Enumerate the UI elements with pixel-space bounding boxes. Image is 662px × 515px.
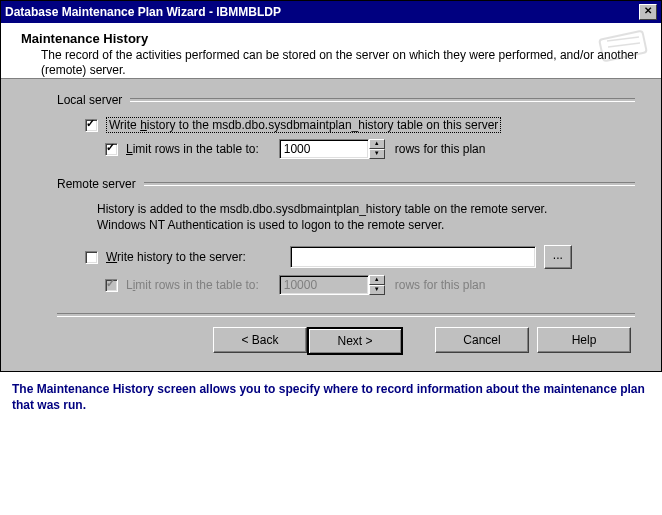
remote-server-group: Remote server History is added to the ms…	[57, 177, 635, 295]
remote-server-label: Remote server	[57, 177, 144, 191]
local-limit-spin-up[interactable]: ▲	[369, 139, 385, 149]
local-write-history-label: Write history to the msdb.dbo.sysdbmaint…	[106, 117, 501, 133]
page-title: Maintenance History	[21, 31, 641, 46]
back-button[interactable]: < Back	[213, 327, 307, 353]
remote-write-history-label: Write history to the server:	[106, 250, 246, 264]
remote-info-text: History is added to the msdb.dbo.sysdbma…	[97, 201, 635, 233]
remote-limit-rows-label: Limit rows in the table to:	[126, 278, 259, 292]
local-write-history-checkbox[interactable]	[85, 119, 98, 132]
group-divider	[130, 98, 635, 102]
remote-server-browse-button[interactable]: ...	[544, 245, 572, 269]
header-area: Maintenance History The record of the ac…	[1, 23, 661, 79]
local-limit-rows-input[interactable]	[279, 139, 369, 159]
remote-limit-spin-up: ▲	[369, 275, 385, 285]
local-limit-rows-checkbox[interactable]	[105, 143, 118, 156]
remote-limit-rows-input	[279, 275, 369, 295]
svg-rect-0	[599, 31, 647, 62]
svg-line-2	[608, 43, 640, 47]
group-divider	[144, 182, 635, 186]
close-button[interactable]: ✕	[639, 4, 657, 20]
remote-server-input[interactable]	[290, 246, 536, 268]
remote-limit-spin-down: ▼	[369, 285, 385, 295]
window-title: Database Maintenance Plan Wizard - IBMMB…	[5, 5, 281, 19]
page-description: The record of the activities performed c…	[21, 48, 641, 78]
titlebar: Database Maintenance Plan Wizard - IBMMB…	[1, 1, 661, 23]
help-button[interactable]: Help	[537, 327, 631, 353]
body-area: Local server Write history to the msdb.d…	[1, 79, 661, 371]
wizard-window: Database Maintenance Plan Wizard - IBMMB…	[0, 0, 662, 372]
local-server-label: Local server	[57, 93, 130, 107]
local-limit-spin-down[interactable]: ▼	[369, 149, 385, 159]
button-divider	[57, 313, 635, 317]
local-limit-suffix: rows for this plan	[395, 142, 486, 156]
next-button[interactable]: Next >	[307, 327, 403, 355]
local-server-group: Local server Write history to the msdb.d…	[57, 93, 635, 159]
remote-limit-rows-checkbox	[105, 279, 118, 292]
cancel-button[interactable]: Cancel	[435, 327, 529, 353]
remote-write-history-checkbox[interactable]	[85, 251, 98, 264]
figure-caption: The Maintenance History screen allows yo…	[0, 372, 660, 423]
remote-limit-suffix: rows for this plan	[395, 278, 486, 292]
wizard-button-row: < Back Next > Cancel Help	[57, 327, 635, 359]
server-graphic-icon	[591, 27, 651, 67]
local-limit-rows-label: Limit rows in the table to:	[126, 142, 259, 156]
